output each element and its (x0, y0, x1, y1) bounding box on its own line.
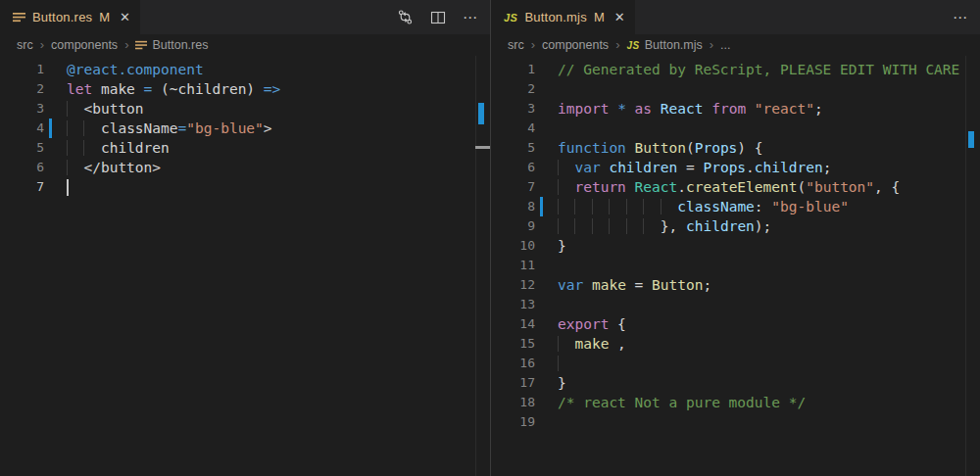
code-text: className: "bg-blue" (558, 197, 980, 216)
tab-button-res[interactable]: Button.res M ✕ (0, 0, 140, 34)
code-line[interactable]: 14export { (491, 314, 980, 334)
gutter-spacer (535, 314, 558, 334)
code-text: } (558, 373, 980, 393)
gutter-spacer (535, 393, 558, 412)
overview-modified-marker (968, 131, 974, 148)
breadcrumb-item-components[interactable]: components (51, 38, 118, 52)
code-line[interactable]: 15 make , (491, 334, 980, 354)
line-number: 13 (491, 295, 535, 314)
code-line[interactable]: 8 className: "bg-blue" (491, 197, 980, 216)
gutter-spacer (535, 256, 558, 275)
code-line[interactable]: 7 return React.createElement("button", { (491, 177, 980, 197)
line-number: 14 (491, 314, 535, 334)
breadcrumb-item-components[interactable]: components (542, 38, 609, 52)
code-text: } (558, 236, 980, 256)
overview-ruler[interactable] (475, 56, 490, 476)
code-text: import * as React from "react"; (558, 99, 980, 119)
indent-guide (558, 179, 574, 195)
code-line[interactable]: 7 (0, 177, 490, 197)
code-text: let make = (~children) => (67, 79, 490, 99)
indent-guide (609, 218, 625, 234)
line-number: 5 (0, 138, 44, 158)
gutter-spacer (535, 334, 558, 354)
gutter-spacer (535, 236, 558, 256)
indent-guide (83, 140, 100, 156)
indent-guide (661, 199, 677, 214)
close-icon[interactable]: ✕ (120, 11, 130, 24)
breadcrumb-item-src[interactable]: src (17, 38, 33, 52)
close-icon[interactable]: ✕ (614, 11, 625, 24)
breadcrumb-item-symbol-ellipsis[interactable]: ... (720, 38, 730, 52)
breadcrumb: src › components › JS Button.mjs › ... (491, 34, 980, 56)
code-editor-button-mjs[interactable]: 1// Generated by ReScript, PLEASE EDIT W… (491, 56, 980, 432)
split-editor-icon[interactable] (430, 10, 446, 25)
overview-cursor-marker (475, 146, 490, 149)
tab-bar-left: Button.res M ✕ (0, 0, 490, 34)
code-line[interactable]: 5function Button(Props) { (491, 138, 980, 158)
code-line[interactable]: 6 </button> (0, 158, 490, 177)
gutter-spacer (44, 79, 67, 99)
code-line[interactable]: 4 (491, 119, 980, 138)
code-line[interactable]: 12var make = Button; (491, 275, 980, 295)
gutter-spacer (535, 373, 558, 393)
gutter-spacer (535, 138, 558, 158)
code-line[interactable]: 3 <button (0, 99, 490, 119)
code-editor-button-res[interactable]: 1@react.component2let make = (~children)… (0, 56, 490, 197)
breadcrumb-item-src[interactable]: src (508, 38, 524, 52)
code-line[interactable]: 13 (491, 295, 980, 314)
code-line[interactable]: 6 var children = Props.children; (491, 158, 980, 177)
code-text: var children = Props.children; (558, 158, 980, 177)
gutter-modified-indicator (44, 119, 67, 138)
line-number: 15 (491, 334, 535, 354)
code-text: var make = Button; (558, 275, 980, 295)
indent-guide (574, 199, 591, 214)
open-changes-icon[interactable] (397, 9, 414, 25)
more-actions-icon[interactable]: ⋯ (463, 9, 478, 26)
indent-guide (592, 218, 609, 234)
code-line[interactable]: 4 className="bg-blue"> (0, 119, 490, 138)
line-number: 10 (491, 236, 535, 256)
git-modified-badge: M (594, 10, 605, 24)
code-line[interactable]: 1@react.component (0, 60, 490, 79)
gutter-spacer (535, 99, 558, 119)
line-number: 6 (0, 158, 44, 177)
indent-guide (67, 140, 83, 156)
gutter-spacer (44, 60, 67, 79)
code-text (558, 256, 980, 275)
code-text (558, 119, 980, 138)
chevron-right-icon: › (531, 37, 535, 52)
line-number: 3 (491, 99, 535, 119)
line-number: 7 (0, 177, 44, 197)
code-line[interactable]: 17} (491, 373, 980, 393)
more-actions-icon[interactable]: ⋯ (953, 9, 968, 26)
line-number: 6 (491, 158, 535, 177)
indent-guide (574, 218, 591, 234)
line-number: 7 (491, 177, 535, 197)
gutter-spacer (535, 354, 558, 373)
indent-guide (83, 120, 100, 136)
code-line[interactable]: 5 children (0, 138, 490, 158)
code-line[interactable]: 10} (491, 236, 980, 256)
code-line[interactable]: 9 }, children); (491, 216, 980, 236)
code-line[interactable]: 1// Generated by ReScript, PLEASE EDIT W… (491, 60, 980, 79)
gutter-spacer (535, 119, 558, 138)
code-line[interactable]: 19 (491, 412, 980, 432)
overview-modified-marker (478, 103, 484, 124)
tab-label: Button.mjs (524, 10, 586, 24)
code-line[interactable]: 11 (491, 256, 980, 275)
code-line[interactable]: 3import * as React from "react"; (491, 99, 980, 119)
breadcrumb-item-file[interactable]: JS Button.mjs (626, 38, 702, 52)
gutter-spacer (44, 158, 67, 177)
overview-ruler[interactable] (965, 56, 980, 476)
code-line[interactable]: 2 (491, 79, 980, 99)
code-line[interactable]: 16 (491, 354, 980, 373)
code-line[interactable]: 18/* react Not a pure module */ (491, 393, 980, 412)
line-number: 12 (491, 275, 535, 295)
tab-button-mjs[interactable]: JS Button.mjs M ✕ (491, 0, 635, 34)
line-number: 11 (491, 256, 535, 275)
code-text: className="bg-blue"> (67, 119, 490, 138)
indent-guide (558, 199, 574, 214)
code-line[interactable]: 2let make = (~children) => (0, 79, 490, 99)
breadcrumb-item-file[interactable]: Button.res (135, 38, 208, 52)
indent-guide (626, 218, 643, 234)
